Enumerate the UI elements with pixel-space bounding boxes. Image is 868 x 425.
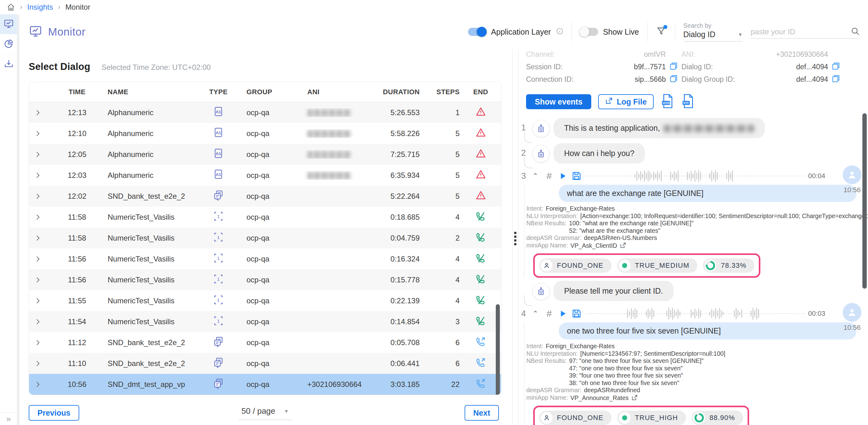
next-page-button[interactable]: Next	[465, 405, 499, 421]
search-icon[interactable]	[850, 27, 860, 37]
log-file-button[interactable]: Log File	[598, 94, 654, 109]
sidebar-item-exports[interactable]	[0, 54, 17, 74]
metadata-item: ANI: +302106930664	[678, 50, 841, 59]
pane-resize-handle[interactable]	[512, 49, 519, 425]
save-audio-button[interactable]	[570, 308, 584, 319]
filter-icon[interactable]	[655, 26, 667, 38]
row-duration: 0:22.139	[382, 297, 420, 305]
table-row[interactable]: 11:56 NumericTest_Vasilis 1 ocp-qa 0:15.…	[29, 269, 501, 290]
sidebar-expand-button[interactable]: »	[0, 413, 17, 425]
page-header: Monitor Application Layer Show Live	[19, 14, 868, 49]
table-scrollbar[interactable]	[496, 304, 500, 395]
row-steps: 6	[420, 338, 460, 347]
table-row[interactable]: 11:58 NumericTest_Vasilis 1 ocp-qa 0:04.…	[29, 227, 501, 248]
home-icon[interactable]	[7, 3, 15, 11]
page-size-select[interactable]: 50 / page ▼	[238, 406, 292, 420]
metadata-value: def...4094	[796, 75, 828, 84]
row-expand-chevron[interactable]	[29, 150, 46, 158]
detail-line: deepASR Grammar:deepASR#undefined	[526, 387, 868, 394]
row-expand-chevron[interactable]	[29, 234, 46, 242]
dialog-id-input[interactable]	[751, 27, 848, 36]
table-row[interactable]: 11:12 SND_bank_test_e2e_2 ocp-qa 0:05.70…	[29, 332, 501, 353]
table-row[interactable]: 11:54 NumericTest_Vasilis 1 ocp-qa 0:14.…	[29, 311, 501, 332]
person-icon	[541, 260, 553, 271]
row-expand-chevron[interactable]	[29, 129, 46, 138]
row-expand-chevron[interactable]	[29, 171, 46, 179]
row-expand-chevron[interactable]	[29, 109, 46, 117]
col-header-end: END	[460, 88, 501, 96]
table-row[interactable]: 10:56 SND_dmt_test_app_vp ocp-qa +302106…	[29, 374, 501, 395]
table-row[interactable]: 12:03 Alphanumeric A1 ocp-qa 6:35.934 5	[29, 165, 501, 186]
pagination: Previous 50 / page ▼ Next	[29, 405, 501, 421]
table-row[interactable]: 12:05 Alphanumeric A1 ocp-qa 7:25.715 5	[29, 144, 501, 165]
copy-icon[interactable]	[831, 61, 841, 72]
export-json-icon[interactable]: JSON	[660, 94, 674, 110]
audio-waveform[interactable]	[587, 307, 805, 321]
warning-icon	[475, 110, 486, 119]
row-expand-chevron[interactable]	[29, 213, 46, 221]
table-row[interactable]: 11:55 NumericTest_Vasilis 1 ocp-qa 0:22.…	[29, 290, 501, 311]
turn-timestamp: 10:56	[841, 186, 863, 194]
result-state-badge: FOUND_ONE	[539, 259, 612, 273]
open-miniapp-link-icon[interactable]	[620, 242, 626, 250]
row-expand-chevron[interactable]	[29, 381, 46, 389]
save-audio-button[interactable]	[570, 171, 584, 181]
detail-pane-scrollbar[interactable]	[862, 113, 867, 289]
table-row[interactable]: 11:56 NumericTest_Vasilis 1 ocp-qa 0:16.…	[29, 248, 501, 269]
open-miniapp-link-icon[interactable]	[631, 394, 638, 403]
copy-icon[interactable]	[669, 61, 678, 72]
export-rtf-icon[interactable]: RTF	[681, 94, 695, 110]
row-expand-chevron[interactable]	[29, 318, 46, 326]
hash-button[interactable]: #	[542, 308, 556, 319]
detail-label: NBest Results:	[526, 357, 567, 387]
copy-icon[interactable]	[831, 74, 841, 85]
table-row[interactable]: 11:58 NumericTest_Vasilis 1 ocp-qa 0:18.…	[29, 207, 501, 227]
show-live-toggle[interactable]	[580, 28, 598, 36]
metadata-row: Connection ID: sip...566bDialog Group ID…	[519, 73, 868, 86]
sidebar-item-reports[interactable]	[0, 34, 17, 54]
row-expand-chevron[interactable]	[29, 255, 46, 263]
caller-hangup-icon	[475, 298, 486, 307]
search-by-select[interactable]: Search by Dialog ID ▼	[683, 22, 743, 41]
row-expand-chevron[interactable]	[29, 192, 46, 200]
hash-button[interactable]: #	[542, 171, 556, 181]
collapse-turn-button[interactable]: ⌃	[529, 309, 542, 318]
row-expand-chevron[interactable]	[29, 297, 46, 305]
svg-text:1: 1	[217, 276, 220, 282]
info-icon[interactable]	[556, 27, 563, 36]
row-expand-chevron[interactable]	[29, 360, 46, 368]
table-body: 12:13 Alphanumeric A1 ocp-qa 5:26.553 1 …	[29, 102, 501, 395]
table-row[interactable]: 12:13 Alphanumeric A1 ocp-qa 5:26.553 1	[29, 102, 501, 123]
application-layer-toggle[interactable]	[468, 28, 486, 36]
copy-icon[interactable]	[669, 74, 678, 85]
sidebar-item-monitor[interactable]	[0, 14, 17, 34]
collapse-turn-button[interactable]: ⌃	[529, 172, 542, 180]
play-audio-button[interactable]	[556, 171, 570, 181]
play-audio-button[interactable]	[556, 309, 570, 318]
breadcrumb: › Insights › Monitor	[0, 0, 868, 14]
monitor-icon	[3, 19, 14, 30]
row-duration: 0:15.778	[382, 276, 420, 284]
sidebar: »	[0, 14, 17, 425]
table-row[interactable]: 12:10 Alphanumeric A1 ocp-qa 5:58.226 5	[29, 123, 501, 144]
recognition-result-box: FOUND_ONE TRUE_MEDIUM 78.33%	[533, 253, 761, 278]
detail-line: miniApp Name:VP_Announce_Rates	[526, 394, 868, 403]
table-row[interactable]: 11:10 SND_bank_test_e2e_2 ocp-qa 0:06.44…	[29, 353, 501, 374]
row-group: ocp-qa	[236, 297, 304, 305]
row-expand-chevron[interactable]	[29, 276, 46, 284]
application-layer-label: Application Layer	[491, 27, 551, 36]
row-duration: 5:22.264	[382, 192, 420, 201]
chevron-down-icon: ▼	[284, 408, 289, 414]
svg-text:A1: A1	[216, 151, 221, 156]
table-row[interactable]: 12:02 SND_bank_test_e2e_2 ocp-qa 5:22.26…	[29, 186, 501, 207]
row-name: SND_dmt_test_app_vp	[107, 380, 201, 389]
row-expand-chevron[interactable]	[29, 339, 46, 347]
svg-text:A1: A1	[216, 130, 221, 135]
audio-waveform[interactable]	[587, 169, 805, 183]
svg-text:1: 1	[217, 318, 220, 324]
previous-page-button[interactable]: Previous	[29, 405, 79, 421]
show-events-button[interactable]: Show events	[526, 94, 591, 109]
svg-text:JSON: JSON	[662, 101, 670, 104]
row-duration: 0:05.708	[382, 338, 420, 347]
breadcrumb-insights[interactable]: Insights	[27, 3, 53, 11]
